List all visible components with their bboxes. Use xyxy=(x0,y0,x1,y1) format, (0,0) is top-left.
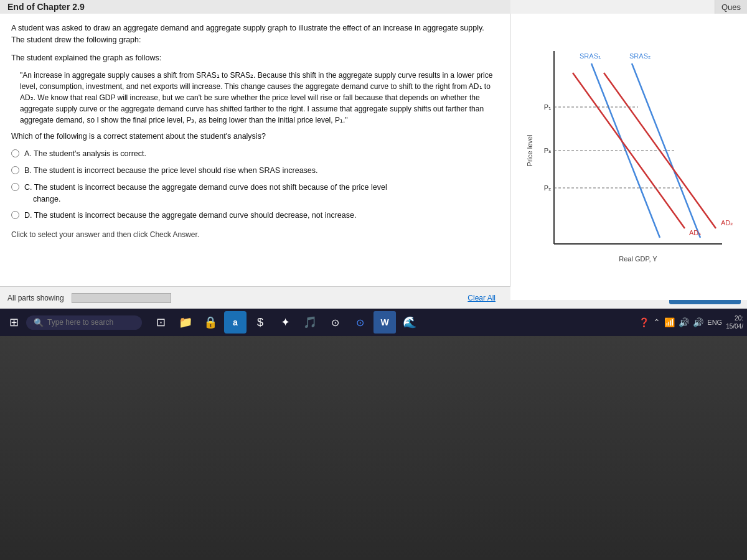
taskbar-lang: ENG xyxy=(707,319,722,326)
radio-a[interactable] xyxy=(11,149,19,157)
option-b[interactable]: B. The student is incorrect because the … xyxy=(11,165,499,177)
option-b-text: B. The student is incorrect because the … xyxy=(24,165,318,177)
taskbar-app-lock[interactable]: 🔒 xyxy=(199,311,222,334)
ad2-label: AD₂ xyxy=(721,219,733,226)
option-d[interactable]: D. The student is incorrect because the … xyxy=(11,210,499,222)
progress-bar xyxy=(72,293,171,303)
sras2-label: SRAS₂ xyxy=(629,52,651,60)
taskbar-app-a[interactable]: a xyxy=(224,311,247,334)
taskbar-app-cross[interactable]: ✦ xyxy=(274,311,296,334)
search-icon: 🔍 xyxy=(34,318,44,327)
taskbar-question-icon[interactable]: ❓ xyxy=(639,317,649,327)
question-panel: A student was asked to draw an aggregate… xyxy=(0,14,510,300)
ques-label: Ques xyxy=(715,0,747,15)
option-c[interactable]: C. The student is incorrect because the … xyxy=(11,182,499,205)
clear-all-button[interactable]: Clear All xyxy=(467,294,496,302)
taskbar-speaker-icon[interactable]: 🔊 xyxy=(679,317,689,327)
student-quote: "An increase in aggregate supply causes … xyxy=(20,70,499,126)
taskbar: ⊞ 🔍 ⊡ 📁 🔒 a $ ✦ 🎵 ⊙ ⊙ W 🌊 ❓ ⌃ 📶 🔊 🔊 ENG … xyxy=(0,309,747,336)
taskbar-app-chrome2[interactable]: ⊙ xyxy=(349,311,371,334)
taskbar-network-icon[interactable]: 📶 xyxy=(664,317,675,327)
p2-label: P₂ xyxy=(544,184,551,192)
ad1-label: AD₁ xyxy=(689,229,701,236)
taskbar-right: ❓ ⌃ 📶 🔊 🔊 ENG 20: 15/04/ xyxy=(639,314,743,330)
taskbar-app-desktop[interactable]: ⊡ xyxy=(149,311,172,334)
click-instruction: Click to select your answer and then cli… xyxy=(11,230,499,239)
taskbar-app-unknown[interactable]: 🌊 xyxy=(398,311,421,334)
p3-label: P₃ xyxy=(544,147,551,154)
taskbar-app-dollar[interactable]: $ xyxy=(249,311,271,334)
chapter-heading: End of Chapter 2.9 xyxy=(0,0,510,15)
x-axis-label: Real GDP, Y xyxy=(619,255,657,263)
taskbar-app-w[interactable]: W xyxy=(374,311,396,334)
option-a-text: A. The student's analysis is correct. xyxy=(24,148,146,160)
question-intro: A student was asked to draw an aggregate… xyxy=(11,22,499,46)
laptop-body: Esc f1 f2 f3 f4 □ f5 f6 ◄0 f7 ◄- f8 -+ f… xyxy=(0,336,747,560)
taskbar-app-media[interactable]: 🎵 xyxy=(299,311,321,334)
taskbar-volume-icon[interactable]: 🔊 xyxy=(693,317,703,327)
economic-graph: Price level Real GDP, Y SRAS₁ SRAS₂ AD₂ … xyxy=(523,39,735,275)
taskbar-chevron-icon[interactable]: ⌃ xyxy=(653,317,660,327)
taskbar-search-box[interactable]: 🔍 xyxy=(26,315,142,330)
all-parts-label: All parts showing xyxy=(7,294,64,302)
student-label: The student explained the graph as follo… xyxy=(11,52,499,64)
taskbar-app-file[interactable]: 📁 xyxy=(174,311,197,334)
taskbar-apps: ⊡ 📁 🔒 a $ ✦ 🎵 ⊙ ⊙ W 🌊 xyxy=(149,311,421,334)
chapter-label: End of Chapter 2.9 xyxy=(7,2,85,12)
question-prompt: Which of the following is a correct stat… xyxy=(11,132,499,141)
radio-c[interactable] xyxy=(11,183,19,191)
taskbar-app-chrome[interactable]: ⊙ xyxy=(324,311,346,334)
sras1-label: SRAS₁ xyxy=(580,52,601,60)
option-d-text: D. The student is incorrect because the … xyxy=(24,210,356,222)
taskbar-datetime: 20: 15/04/ xyxy=(726,314,743,330)
radio-b[interactable] xyxy=(11,166,19,174)
graph-panel: Price level Real GDP, Y SRAS₁ SRAS₂ AD₂ … xyxy=(510,14,747,300)
y-axis-label: Price level xyxy=(526,135,533,167)
search-input[interactable] xyxy=(47,318,134,327)
footer-bar: All parts showing Clear All xyxy=(0,286,510,309)
option-a[interactable]: A. The student's analysis is correct. xyxy=(11,148,499,160)
option-c-text: C. The student is incorrect because the … xyxy=(24,182,387,205)
windows-start-button[interactable]: ⊞ xyxy=(4,312,24,332)
radio-d[interactable] xyxy=(11,211,19,219)
p1-label: P₁ xyxy=(544,103,551,111)
